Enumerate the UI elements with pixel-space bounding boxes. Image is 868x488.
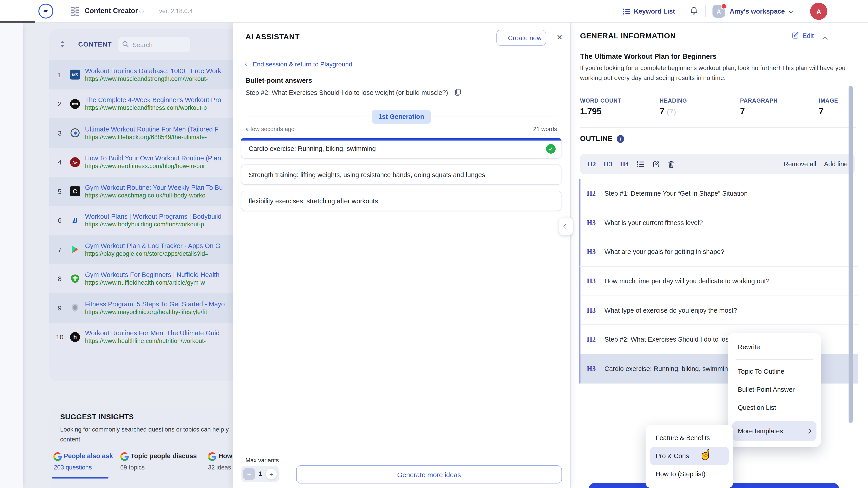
result-title[interactable]: Workout Routines For Men: The Ultimate G… [85, 330, 219, 337]
sort-icon[interactable] [60, 41, 65, 47]
trash-icon[interactable] [668, 160, 674, 168]
h2-button[interactable]: H2 [587, 160, 596, 168]
outline-row[interactable]: H3How much time per day will you dedicat… [579, 267, 858, 296]
notifications-bell-icon[interactable] [690, 7, 698, 15]
submenu-item-feature-benefits[interactable]: Feature & Benefits [646, 430, 733, 446]
tab-how[interactable]: How [218, 452, 232, 459]
tab-1st-generation[interactable]: 1st Generation [371, 110, 431, 124]
divider [153, 5, 153, 17]
tab-people-also-ask[interactable]: People also ask [64, 452, 113, 459]
keyword-list-link[interactable]: Keyword List [634, 8, 675, 15]
end-session-link[interactable]: End session & return to Playground [246, 61, 352, 68]
stat-image-label: IMAGE [819, 98, 838, 104]
stat-heading-label: HEADING [659, 98, 687, 104]
result-title[interactable]: The Complete 4-Week Beginner's Workout P… [85, 96, 221, 104]
bullet-list-icon[interactable] [636, 161, 645, 167]
answer-card[interactable]: flexibility exercises: stretching after … [241, 191, 561, 211]
add-line-button[interactable]: Add line [824, 160, 848, 168]
menu-item-topic-to-outline[interactable]: Topic To Outline [728, 362, 821, 381]
create-new-button[interactable]: + Create new [496, 30, 546, 46]
result-rank: 8 [49, 275, 70, 283]
top-bar: ✒ Content Creator ver. 2.18.0.4 Keyword … [0, 0, 868, 23]
chevron-down-icon[interactable] [789, 8, 794, 13]
info-icon[interactable]: i [617, 135, 625, 142]
close-icon[interactable]: ✕ [557, 33, 563, 41]
scrollbar-thumb[interactable] [848, 86, 852, 423]
general-information-title: GENERAL INFORMATION [580, 32, 676, 41]
answer-text: flexibility exercises: stretching after … [249, 197, 378, 204]
collapse-panel-handle[interactable] [559, 218, 573, 235]
result-title[interactable]: Workout Plans | Workout Programs | Bodyb… [85, 213, 221, 220]
active-tab-underline [52, 477, 108, 479]
result-title[interactable]: Gym Workout Routine: Your Weekly Plan To… [85, 184, 223, 191]
workspace-selector[interactable]: Amy's workspace [730, 8, 785, 15]
h3-button[interactable]: H3 [603, 160, 612, 168]
edit-button[interactable]: Edit [792, 32, 814, 39]
variants-stepper: − 1 + [241, 466, 279, 482]
app-switcher[interactable]: Content Creator [85, 7, 138, 15]
outline-row[interactable]: H3What are your goals for getting in sha… [579, 237, 858, 267]
result-rank: 9 [49, 304, 70, 312]
google-icon [120, 452, 129, 461]
outline-row[interactable]: H3What type of exercise do you enjoy the… [579, 296, 858, 325]
search-icon [122, 41, 129, 48]
muscleandstrength-favicon: MS [70, 70, 80, 80]
submenu-item-pro-cons[interactable]: Pro & Cons [650, 447, 729, 465]
h4-button[interactable]: H4 [620, 160, 629, 168]
result-url: https://www.healthline.com/nutrition/wor… [85, 338, 219, 345]
tab-topic-people-discuss[interactable]: Topic people discuss [131, 452, 197, 459]
menu-item-more-templates[interactable]: More templates [733, 421, 816, 441]
stepper-plus-button[interactable]: + [266, 468, 277, 480]
result-title[interactable]: How To Build Your Own Workout Routine (P… [85, 155, 221, 162]
app-logo-icon[interactable]: ✒ [38, 4, 53, 19]
result-rank: 5 [49, 188, 70, 195]
result-title[interactable]: Fitness Program: 5 Steps To Get Started … [85, 300, 225, 308]
search-input[interactable] [132, 37, 188, 52]
answer-card-selected[interactable]: Cardio exercise: Running, biking, swimmi… [241, 138, 561, 159]
result-title[interactable]: Gym Workout Plan & Log Tracker - Apps On… [85, 242, 220, 250]
outline-text: How much time per day will you dedicate … [604, 278, 770, 285]
menu-item-rewrite[interactable]: Rewrite [728, 337, 821, 357]
app-window: ✒ Content Creator ver. 2.18.0.4 Keyword … [0, 0, 868, 488]
result-url: https://www.bodybuilding.com/fun/workout… [85, 221, 221, 228]
menu-item-bullet-point-answer[interactable]: Bullet-Point Answer [728, 381, 821, 398]
edit-label: Edit [802, 32, 814, 39]
more-templates-submenu: Feature & Benefits Pro & Cons How to (St… [646, 425, 733, 488]
healthline-favicon: h [70, 332, 80, 342]
result-rank: 6 [49, 217, 70, 224]
bodybuilding-favicon: B [70, 216, 80, 225]
google-icon [53, 452, 62, 461]
result-title[interactable]: Gym Workouts For Beginners | Nuffield He… [85, 271, 219, 279]
outline-text: What are your goals for getting in shape… [604, 248, 724, 255]
result-title[interactable]: Workout Routines Database: 1000+ Free Wo… [85, 67, 221, 74]
edit-outline-icon[interactable] [652, 160, 660, 168]
stat-heading-value: 7(7) [659, 107, 676, 117]
collapse-section-button[interactable] [823, 35, 827, 43]
answer-card[interactable]: Strength training: lifting weights, usin… [241, 164, 561, 185]
user-avatar[interactable]: A [810, 3, 827, 20]
submenu-item-how-to-step-list[interactable]: How to (Step list) [646, 466, 733, 482]
scrubber-artifact [0, 21, 35, 23]
generation-timestamp: a few seconds ago [246, 126, 294, 132]
outline-row[interactable]: H2Step #1: Determine Your “Get in Shape”… [579, 179, 858, 208]
result-url: https://www.mayoclinic.org/healthy-lifes… [85, 308, 225, 315]
chevron-right-icon [806, 429, 811, 434]
chevron-down-icon[interactable] [139, 8, 144, 13]
copy-icon[interactable] [454, 89, 462, 96]
remove-all-button[interactable]: Remove all [783, 160, 816, 168]
stepper-minus-button[interactable]: − [243, 468, 255, 480]
menu-item-question-list[interactable]: Question List [728, 398, 821, 417]
workspace-badge: A [712, 5, 725, 18]
max-variants-label: Max variants [246, 457, 279, 464]
google-icon [208, 452, 217, 461]
lifehack-favicon [70, 128, 80, 138]
result-title[interactable]: Ultimate Workout Routine For Men (Tailor… [85, 126, 219, 133]
mayoclinic-favicon [70, 303, 80, 313]
outline-row[interactable]: H3What is your current fitness level? [579, 208, 858, 237]
hand-cursor-icon: ☝ [699, 449, 712, 461]
apps-grid-icon[interactable] [71, 7, 79, 16]
result-url: https://play.google.com/store/apps/detai… [85, 250, 220, 257]
nuffield-health-favicon [70, 274, 80, 284]
generate-more-ideas-button[interactable]: Generate more ideas [296, 465, 562, 484]
stat-heading-target: (7) [666, 107, 676, 116]
